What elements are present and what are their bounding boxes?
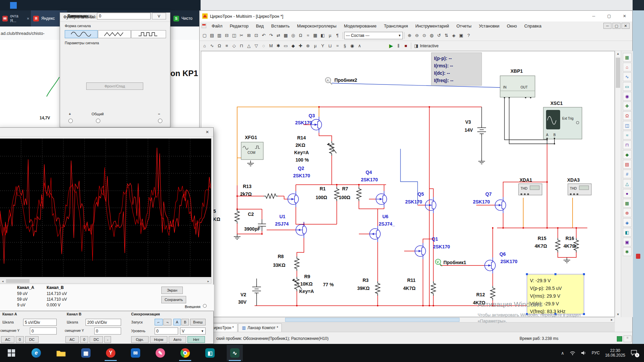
sidebar-component-icon[interactable]: ◧ xyxy=(623,228,632,237)
component-toolbar-icon[interactable]: △ xyxy=(245,42,253,50)
multisim-titlebar[interactable]: ЦиркоТрон - Multisim - [ЦиркоТрон *] ─ ▢… xyxy=(200,11,632,21)
component-toolbar-icon[interactable]: ⊗ xyxy=(304,42,312,50)
xbp1-instrument[interactable]: IN OUT xyxy=(500,76,535,97)
toolbar-icon[interactable]: ▥ xyxy=(216,32,223,40)
b-minus-button[interactable]: - xyxy=(104,336,111,343)
taskbar-edge[interactable]: e xyxy=(28,345,44,361)
sidebar-component-icon[interactable]: ▩ xyxy=(623,199,632,207)
a-offset-input[interactable]: 0 xyxy=(30,327,57,335)
toolbar-icon[interactable]: ✂ xyxy=(238,32,245,40)
xfg1-label[interactable]: XFG1 xyxy=(245,135,257,140)
component-toolbar-icon[interactable]: M xyxy=(267,42,275,50)
sidebar-component-icon[interactable]: ⊕ xyxy=(623,208,632,217)
a-zero-button[interactable]: 0 xyxy=(16,336,24,343)
scope-scrollbar[interactable]: ◂ ▸ xyxy=(0,279,211,284)
component-toolbar-icon[interactable]: ◆ xyxy=(289,42,297,50)
component-toolbar-icon[interactable]: § xyxy=(341,42,348,50)
toolbar-icon[interactable]: ↷ xyxy=(267,32,275,40)
component-toolbar-icon[interactable]: ✱ xyxy=(275,42,282,50)
taskbar-yandex[interactable]: Y xyxy=(103,345,119,361)
tab-lanzar[interactable]: ▥ Ланзар Компот * xyxy=(238,323,282,332)
sidebar-component-icon[interactable]: ✚ xyxy=(623,102,632,110)
toolbar-icon[interactable]: ⊟ xyxy=(223,32,230,40)
a-scale-input[interactable]: 5 uV/Div xyxy=(23,319,57,326)
component-combo[interactable]: --- Состав ---▼ xyxy=(344,32,403,39)
start-button[interactable] xyxy=(3,345,19,361)
menu-item[interactable]: Отчеты xyxy=(453,23,475,28)
vertical-scrollbar[interactable]: ▲ ▼ xyxy=(615,51,621,317)
mdi-restore[interactable]: ▢ xyxy=(612,23,621,29)
xbp1-label[interactable]: XBP1 xyxy=(511,68,523,74)
play-icon[interactable]: ▶ xyxy=(387,42,395,50)
component-toolbar-icon[interactable]: ▭ xyxy=(282,42,289,50)
toolbar-icon[interactable]: ▣ xyxy=(458,32,465,40)
a-dc-button[interactable]: DC xyxy=(25,336,39,343)
screen-button[interactable]: Экран xyxy=(161,287,183,294)
mdi-minimize[interactable]: ─ xyxy=(603,23,611,29)
fg-minus-terminal[interactable] xyxy=(158,119,162,123)
maximize-button[interactable]: ▢ xyxy=(601,11,617,21)
probe2-label[interactable]: Пробник2 xyxy=(334,77,357,83)
fg-common-terminal[interactable] xyxy=(96,119,100,123)
save-button[interactable]: Сохранить xyxy=(161,296,186,303)
toolbar-icon[interactable]: ? xyxy=(465,32,472,40)
sidebar-component-icon[interactable]: ◆ xyxy=(623,150,632,159)
speaker-icon[interactable] xyxy=(581,351,586,355)
component-toolbar-icon[interactable]: ✚ xyxy=(297,42,304,50)
pinned-window-icon[interactable] xyxy=(10,2,17,9)
toolbar-icon[interactable]: ⊙ xyxy=(421,32,428,40)
sidebar-component-icon[interactable]: ⌂ xyxy=(623,63,632,71)
sidebar-component-icon[interactable]: ⊓ xyxy=(623,140,632,149)
sidebar-component-icon[interactable]: # xyxy=(623,170,632,178)
sidebar-component-icon[interactable]: ∿ xyxy=(623,72,632,81)
language-indicator[interactable]: РУС xyxy=(592,351,600,355)
menu-item[interactable]: Инструментарий xyxy=(412,23,453,28)
sidebar-component-icon[interactable]: △ xyxy=(623,179,632,188)
level-input[interactable]: 0 xyxy=(155,327,178,335)
toolbar-icon[interactable]: ▦ xyxy=(312,32,319,40)
component-toolbar-icon[interactable]: Ω xyxy=(216,42,223,50)
taskbar-chrome[interactable] xyxy=(177,345,193,361)
menu-item[interactable]: Редактор xyxy=(226,23,252,28)
taskbar-paint[interactable]: ✎ xyxy=(152,345,168,361)
component-toolbar-icon[interactable]: ≈ xyxy=(334,42,341,50)
probe1-icon[interactable]: V xyxy=(435,259,442,266)
toolbar-icon[interactable]: ⊡ xyxy=(253,32,260,40)
sidebar-component-icon[interactable]: ◫ xyxy=(623,121,632,130)
scope-scroll-thumb[interactable] xyxy=(6,279,30,283)
sidebar-component-icon[interactable]: ▭ xyxy=(623,82,632,91)
vscroll-thumb[interactable] xyxy=(616,58,620,88)
component-toolbar-icon[interactable]: ∿ xyxy=(208,42,216,50)
component-toolbar-icon[interactable]: µ xyxy=(312,42,319,50)
a-ac-button[interactable]: AC xyxy=(1,336,14,343)
toolbar-icon[interactable]: ⊕ xyxy=(406,32,413,40)
sidebar-component-icon[interactable]: ◈ xyxy=(623,218,632,227)
toolbar-icon[interactable]: ⇄ xyxy=(275,32,282,40)
toolbar-icon[interactable]: ◍ xyxy=(428,32,435,40)
b-scale-input[interactable]: 200 uV/Div xyxy=(86,319,121,326)
hscroll-thumb[interactable] xyxy=(285,318,460,322)
sidebar-component-icon[interactable]: ◉ xyxy=(623,92,632,101)
component-toolbar-icon[interactable]: ▽ xyxy=(253,42,260,50)
tab-mail[interactable]: ✉ очта Я... ✕ xyxy=(0,10,30,26)
stop-icon[interactable]: ■ xyxy=(402,42,410,50)
menu-item[interactable]: Установки xyxy=(475,23,503,28)
b-offset-input[interactable]: 0 xyxy=(94,327,121,335)
probe1-label[interactable]: Пробник1 xyxy=(443,260,466,265)
schematic-canvas[interactable]: I(p-p): -- I(rms): -- I(dc): -- I(freq):… xyxy=(201,51,615,317)
b-zero-button[interactable]: 0 xyxy=(80,336,88,343)
toolbar-icon[interactable]: ◎ xyxy=(289,32,297,40)
taskbar-explorer[interactable] xyxy=(53,345,69,361)
mdi-close[interactable]: ✕ xyxy=(622,23,630,29)
tray-chevron-icon[interactable]: ∧ xyxy=(561,351,564,356)
fg-param-input[interactable]: 0 xyxy=(97,13,151,19)
xfg1-instrument[interactable]: COM xyxy=(241,142,263,160)
toolbar-icon[interactable]: ≈ xyxy=(304,32,312,40)
component-toolbar-icon[interactable]: ⌂ xyxy=(201,42,208,50)
xda3-instrument[interactable]: THD xyxy=(568,184,591,195)
sidebar-component-icon[interactable]: Ω xyxy=(623,111,632,120)
taskbar-mail[interactable]: ✉ xyxy=(127,345,144,361)
sidebar-component-icon[interactable]: ● xyxy=(623,189,632,198)
toolbar-icon[interactable]: Ω xyxy=(297,32,304,40)
component-toolbar-icon[interactable]: ◉ xyxy=(348,42,356,50)
